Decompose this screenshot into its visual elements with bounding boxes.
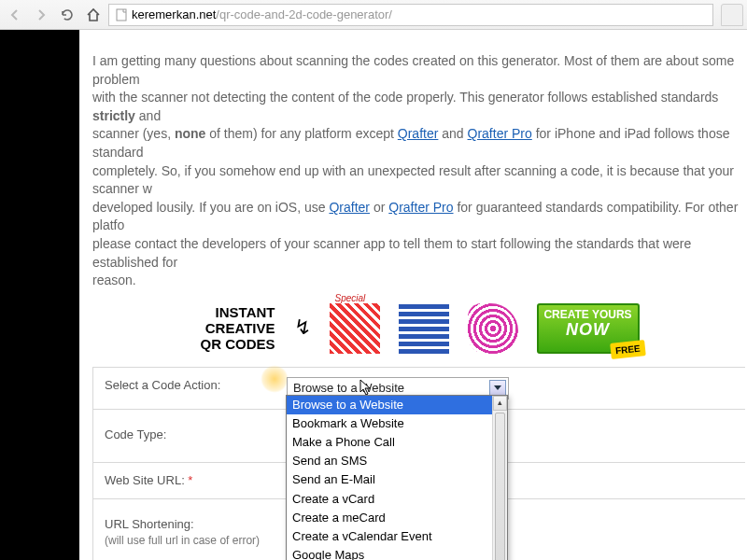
home-button[interactable] — [82, 4, 105, 26]
text-strong: none — [175, 126, 205, 141]
banner-text: INSTANT CREATIVE QR CODES — [200, 304, 275, 353]
text: and — [135, 108, 161, 123]
dropdown-option[interactable]: Make a Phone Call — [287, 433, 507, 452]
cta-now: NOW — [541, 321, 636, 340]
intro-paragraph: I am getting many questions about scanni… — [92, 52, 747, 290]
code-action-dropdown[interactable]: Browse to a WebsiteBookmark a WebsiteMak… — [286, 395, 508, 560]
text: QR CODES — [200, 336, 275, 352]
text: URL Shortening: — [105, 516, 264, 533]
svg-rect-0 — [117, 9, 126, 21]
text: I am getting many questions about scanni… — [92, 53, 734, 87]
url-path: /qr-code-and-2d-code-generator/ — [216, 7, 392, 21]
scroll-up-button[interactable]: ▴ — [493, 396, 507, 411]
dropdown-option[interactable]: Google Maps — [287, 546, 507, 560]
qr-sample-blue — [399, 303, 449, 354]
page: I am getting many questions about scanni… — [0, 30, 747, 560]
left-sidebar-band — [0, 30, 79, 560]
text: INSTANT — [200, 304, 275, 320]
dropdown-option[interactable]: Create a vCalendar Event — [287, 527, 507, 546]
text-strong: strictly — [92, 108, 135, 123]
qr-sample-pink — [468, 303, 518, 354]
label-url-shortening: URL Shortening: (will use full url in ca… — [93, 499, 275, 560]
label-code-action: Select a Code Action: — [93, 368, 275, 409]
dropdown-option[interactable]: Send an SMS — [287, 452, 507, 470]
scroll-thumb[interactable] — [495, 413, 505, 560]
promo-banner: INSTANT CREATIVE QR CODES ↯ Special CREA… — [92, 303, 747, 354]
cta-free-badge: FREE — [610, 340, 645, 359]
text: or — [370, 200, 388, 215]
arrow-icon: ↯ — [294, 314, 311, 343]
dropdown-option[interactable]: Create a vCard — [287, 490, 507, 509]
text: developed lousily. If you are on iOS, us… — [92, 200, 329, 215]
forward-button[interactable] — [30, 4, 52, 26]
text: Web Site URL: — [105, 473, 185, 487]
required-marker: * — [185, 473, 193, 487]
text: of them) for any platform except — [205, 126, 397, 141]
link-qrafter-pro[interactable]: Qrafter Pro — [468, 126, 532, 141]
browser-toolbar: keremerkan.net/qr-code-and-2d-code-gener… — [0, 0, 747, 30]
url-domain: keremerkan.net — [132, 7, 216, 21]
link-qrafter-pro[interactable]: Qrafter Pro — [388, 200, 453, 215]
page-icon — [115, 8, 128, 21]
text: and — [438, 126, 467, 141]
label-code-type: Code Type: — [93, 410, 275, 462]
address-bar[interactable]: keremerkan.net/qr-code-and-2d-code-gener… — [108, 4, 713, 26]
text: with the scanner not detecting the conte… — [92, 90, 718, 105]
label-web-url: Web Site URL: * — [93, 463, 275, 498]
text: scanner (yes, — [92, 126, 175, 141]
text: Special — [335, 292, 366, 305]
cta-button[interactable]: CREATE YOURS NOW FREE — [537, 303, 640, 354]
dropdown-option[interactable]: Bookmark a Website — [287, 414, 507, 433]
cta-top: CREATE YOURS — [541, 309, 636, 321]
link-qrafter[interactable]: Qrafter — [329, 200, 370, 215]
text-sub: (will use full url in case of error) — [105, 533, 264, 549]
reload-button[interactable] — [56, 4, 78, 26]
dropdown-option[interactable]: Send an E-Mail — [287, 470, 507, 489]
new-tab-stub[interactable] — [721, 4, 743, 26]
dropdown-scrollbar[interactable]: ▴ ▾ — [492, 396, 507, 560]
text: CREATIVE — [200, 320, 275, 336]
back-button[interactable] — [4, 4, 26, 26]
link-qrafter[interactable]: Qrafter — [398, 126, 439, 141]
dropdown-option[interactable]: Create a meCard — [287, 509, 507, 527]
content-area: I am getting many questions about scanni… — [79, 30, 747, 560]
qr-sample-red: Special — [330, 303, 380, 354]
dropdown-option[interactable]: Browse to a Website — [287, 396, 507, 414]
generator-form: Select a Code Action: Browse to a Websit… — [92, 367, 745, 560]
text: please contact the developers of your sc… — [92, 236, 691, 270]
text: reason. — [92, 273, 136, 287]
dropdown-list: Browse to a WebsiteBookmark a WebsiteMak… — [287, 396, 507, 560]
text: completely. So, if you somehow end up wi… — [92, 163, 734, 197]
